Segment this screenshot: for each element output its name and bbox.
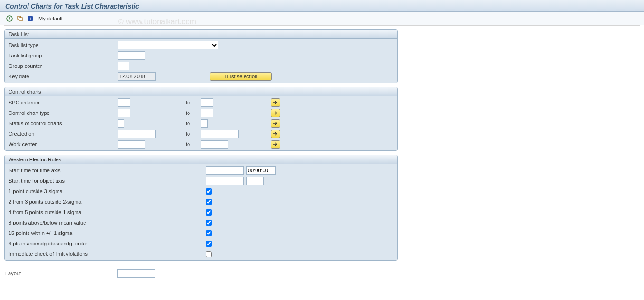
page-title-text: Control Charts for Task List Characteris… — [5, 2, 139, 10]
start-obj-axis-label: Start time for object axis — [9, 178, 206, 184]
layout-row: Layout — [0, 269, 644, 280]
task-list-group: Task List Task list type Task list group… — [4, 29, 398, 83]
status-multi-button[interactable] — [271, 119, 280, 128]
group-counter-label: Group counter — [9, 63, 118, 69]
created-label: Created on — [9, 131, 118, 137]
rule5-label: 15 points within +/- 1-sigma — [9, 230, 206, 236]
rule3-label: 4 from 5 points outside 1-sigma — [9, 209, 206, 215]
control-charts-header: Control charts — [5, 87, 397, 96]
cctype-label: Control chart type — [9, 110, 118, 116]
to-label: to — [182, 131, 201, 137]
rule4-label: 8 points above/below mean value — [9, 220, 206, 225]
wer-group: Western Electric Rules Start time for ti… — [4, 155, 398, 261]
start-time-axis-label: Start time for time axis — [9, 168, 206, 173]
group-counter-input[interactable] — [118, 62, 129, 70]
spc-multi-button[interactable] — [271, 98, 280, 107]
execute-icon[interactable] — [5, 14, 14, 23]
tlist-selection-button[interactable]: TList selection — [210, 72, 272, 81]
cctype-from-input[interactable] — [118, 109, 130, 117]
to-label: to — [182, 121, 201, 126]
rule7-label: Immediate check of limit violations — [9, 251, 206, 257]
rule2-checkbox[interactable] — [206, 199, 212, 205]
workcenter-from-input[interactable] — [118, 140, 145, 149]
to-label: to — [182, 100, 201, 105]
status-from-input[interactable] — [118, 119, 124, 128]
layout-label: Layout — [5, 271, 117, 276]
rule7-checkbox[interactable] — [206, 251, 212, 257]
key-date-input[interactable] — [118, 72, 156, 81]
variant-icon[interactable] — [16, 14, 24, 23]
svg-rect-5 — [19, 18, 22, 21]
created-from-input[interactable] — [118, 130, 156, 138]
created-to-input[interactable] — [201, 130, 239, 138]
spc-criterion-label: SPC criterion — [9, 100, 118, 105]
status-label: Status of control charts — [9, 121, 118, 126]
cctype-to-input[interactable] — [201, 109, 213, 117]
to-label: to — [182, 141, 201, 147]
rule3-checkbox[interactable] — [206, 209, 212, 216]
workcenter-to-input[interactable] — [201, 140, 228, 149]
created-multi-button[interactable] — [271, 130, 280, 138]
task-list-header: Task List — [5, 30, 397, 39]
workcenter-label: Work center — [9, 141, 118, 147]
task-list-type-label: Task list type — [9, 42, 118, 48]
wer-header: Western Electric Rules — [5, 155, 397, 164]
task-list-group-label: Task list group — [9, 53, 118, 58]
rule5-checkbox[interactable] — [206, 230, 212, 236]
rule6-label: 6 pts in ascendg./descendg. order — [9, 241, 206, 246]
tlist-selection-label: TList selection — [224, 74, 257, 79]
layout-input[interactable] — [117, 269, 155, 278]
task-list-type-select[interactable] — [118, 41, 218, 49]
cctype-multi-button[interactable] — [271, 109, 280, 117]
rule1-checkbox[interactable] — [206, 188, 212, 195]
rule1-label: 1 point outside 3-sigma — [9, 188, 206, 194]
rule4-checkbox[interactable] — [206, 220, 212, 226]
info-icon[interactable]: i — [26, 14, 35, 23]
rule2-label: 2 from 3 points outside 2-sigma — [9, 199, 206, 205]
start-obj-axis-input2[interactable] — [246, 177, 264, 185]
start-time-axis-time-input[interactable] — [246, 166, 276, 175]
key-date-label: Key date — [9, 74, 118, 79]
rule6-checkbox[interactable] — [206, 241, 212, 247]
spc-from-input[interactable] — [118, 98, 130, 107]
control-charts-group: Control charts SPC criterion to Control … — [4, 87, 398, 151]
spc-to-input[interactable] — [201, 98, 213, 107]
my-default-button[interactable]: My default — [38, 16, 63, 21]
workcenter-multi-button[interactable] — [271, 140, 280, 149]
task-list-group-input[interactable] — [118, 51, 145, 60]
start-time-axis-date-input[interactable] — [206, 166, 244, 175]
toolbar: i My default — [0, 12, 644, 25]
svg-text:i: i — [30, 16, 31, 21]
start-obj-axis-input1[interactable] — [206, 177, 244, 185]
status-to-input[interactable] — [201, 119, 208, 128]
page-title: Control Charts for Task List Characteris… — [0, 0, 644, 12]
to-label: to — [182, 110, 201, 116]
